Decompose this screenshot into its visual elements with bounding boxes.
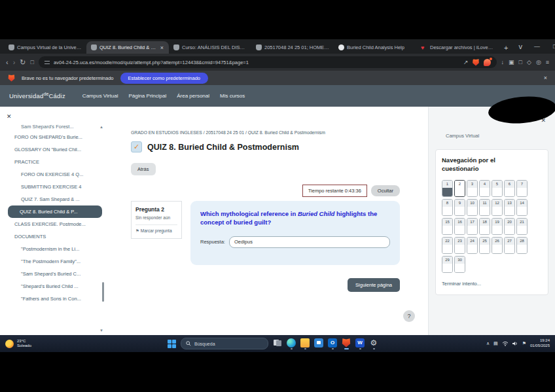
word-taskbar-item[interactable]: W	[355, 338, 365, 349]
set-default-button[interactable]: Establecer como predeterminado	[120, 73, 208, 84]
forward-icon[interactable]: ›	[13, 59, 16, 66]
scroll-down-icon[interactable]: ▼	[99, 329, 103, 332]
share-icon[interactable]: ↗	[463, 59, 469, 65]
sidebar-item-13[interactable]: "Sam Shepard's Buried C...	[0, 268, 106, 280]
brave-taskbar-item[interactable]	[342, 338, 351, 349]
brave-rewards-icon[interactable]: ◇	[527, 59, 531, 65]
back-icon[interactable]: ‹	[6, 59, 9, 66]
browser-tab-5[interactable]: Buried Child Analysis Help	[334, 41, 416, 54]
task-view-taskbar-item[interactable]	[273, 338, 282, 349]
quiz-nav-question-23[interactable]: 23	[454, 237, 465, 254]
browser-tab-3[interactable]: Curso: ANÁLISIS DEL DISCURS...	[169, 41, 251, 54]
quiz-nav-question-15[interactable]: 15	[442, 218, 453, 235]
drawer-close-icon[interactable]: ✕	[7, 113, 12, 120]
browser-tab-1[interactable]: Campus Virtual de la Universi...	[4, 41, 86, 54]
quiz-nav-question-24[interactable]: 24	[467, 237, 478, 254]
sidebar-item-4[interactable]: PRACTICE	[0, 156, 106, 168]
help-button[interactable]: ?	[403, 310, 415, 322]
answer-input[interactable]	[229, 236, 390, 248]
weather-widget[interactable]: 23°C Soleado	[5, 335, 31, 352]
sidebar-item-14[interactable]: "Shepard's Buried Child ...	[0, 280, 106, 293]
start-button[interactable]	[168, 340, 176, 348]
quiz-nav-question-10[interactable]: 10	[467, 199, 478, 216]
quiz-nav-question-30[interactable]: 30	[454, 256, 465, 273]
sidebar-item-8[interactable]: QUIZ 8. Buried Child & P...	[8, 205, 102, 218]
quiz-nav-question-2[interactable]: 2	[454, 180, 465, 197]
quiz-nav-question-20[interactable]: 20	[504, 218, 515, 235]
reload-icon[interactable]: ↻	[20, 59, 26, 66]
quiz-nav-question-5[interactable]: 5	[492, 180, 503, 197]
nav-pagina-principal[interactable]: Página Principal	[128, 93, 166, 99]
nav-campus-virtual[interactable]: Campus Virtual	[82, 93, 118, 99]
outlook-taskbar-item[interactable]: O	[328, 338, 337, 349]
quiz-nav-question-4[interactable]: 4	[479, 180, 490, 197]
quiz-nav-question-8[interactable]: 8	[442, 199, 453, 216]
sidebar-item-15[interactable]: "Fathers and Sons in Con...	[0, 293, 106, 305]
volume-icon[interactable]	[512, 341, 518, 346]
sidebar-icon[interactable]: ▣	[509, 59, 514, 65]
taskbar-clock[interactable]: 19:24 01/05/2025	[530, 338, 550, 349]
quiz-nav-question-26[interactable]: 26	[492, 237, 503, 254]
browser-tab-6[interactable]: ♥Descargar archivos | iLovePDF	[416, 41, 499, 54]
quiz-nav-question-22[interactable]: 22	[442, 237, 453, 254]
breadcrumb[interactable]: GRADO EN ESTUDIOS INGLESES / 20517048 24…	[131, 130, 400, 135]
quiz-nav-question-3[interactable]: 3	[467, 180, 478, 197]
wifi-icon[interactable]	[502, 341, 509, 346]
scroll-up-icon[interactable]: ▲	[99, 125, 103, 129]
edge-taskbar-item[interactable]	[287, 338, 296, 349]
taskbar-search[interactable]: Búsqueda	[181, 338, 268, 349]
finish-attempt-link[interactable]: Terminar intento...	[442, 281, 542, 287]
sidebar-item-12[interactable]: "The Postmodern Family"...	[0, 255, 106, 268]
browser-tab-4[interactable]: 20517048 24 25 01; HOMEPAG...	[251, 41, 334, 54]
address-bar[interactable]: av04-24-25.uca.es/moodle/mod/quiz/attemp…	[39, 56, 497, 68]
nav-mis-cursos[interactable]: Mis cursos	[220, 93, 245, 99]
quiz-nav-question-17[interactable]: 17	[467, 218, 478, 235]
next-page-button[interactable]: Siguiente página	[348, 278, 400, 292]
nav-area-personal[interactable]: Área personal	[177, 93, 209, 99]
notification-close-icon[interactable]: ×	[544, 75, 547, 81]
sidebar-item-9[interactable]: CLASS EXERCISE. Postmode...	[0, 218, 106, 230]
quiz-nav-question-18[interactable]: 18	[479, 218, 490, 235]
sidebar-item-5[interactable]: FORO ON EXERCISE 4 Q...	[0, 168, 106, 181]
sidebar-item-7[interactable]: QUIZ 7. Sam Shepard & ...	[0, 193, 106, 205]
tab-search-icon[interactable]: v	[513, 41, 528, 53]
new-tab-button[interactable]: +	[499, 41, 513, 54]
hide-timer-button[interactable]: Ocultar	[371, 185, 400, 196]
browser-tab-2[interactable]: QUIZ 8. Buried Child & Po...×	[86, 41, 169, 54]
downloads-icon[interactable]: ↓	[501, 59, 505, 65]
device-icon[interactable]: ▤	[493, 341, 498, 346]
flag-question-link[interactable]: ⚑Marcar pregunta	[135, 224, 177, 234]
profile-icon[interactable]: ◎	[536, 59, 541, 65]
extension-icon[interactable]	[484, 59, 491, 66]
brave-shield-extension-icon[interactable]	[473, 59, 480, 66]
sidebar-item-2[interactable]: FORO ON SHEPARD's Burie...	[0, 131, 106, 143]
explorer-taskbar-item[interactable]	[300, 338, 310, 349]
back-to-course-button[interactable]: Atrás	[131, 163, 156, 175]
quiz-nav-question-6[interactable]: 6	[504, 180, 515, 197]
settings-taskbar-item[interactable]: ⚙	[369, 338, 378, 349]
reading-list-icon[interactable]: □	[519, 59, 522, 65]
tab-close-icon[interactable]: ×	[160, 45, 164, 51]
store-taskbar-item[interactable]	[314, 338, 323, 349]
minimize-button[interactable]: —	[528, 39, 546, 54]
quiz-nav-question-28[interactable]: 28	[516, 237, 528, 254]
sidebar-item-6[interactable]: SUBMITTING EXERCISE 4	[0, 181, 106, 193]
drawer-scrollbar[interactable]	[102, 282, 104, 302]
quiz-nav-question-25[interactable]: 25	[479, 237, 490, 254]
quiz-nav-question-14[interactable]: 14	[516, 199, 528, 216]
sidebar-item-10[interactable]: DOCUMENTS	[0, 230, 106, 243]
site-settings-icon[interactable]	[45, 60, 50, 65]
quiz-nav-question-11[interactable]: 11	[479, 199, 490, 216]
hidden-icons-chevron[interactable]: ∧	[486, 341, 490, 346]
sidebar-item-11[interactable]: "Postmodernism in the Li...	[0, 243, 106, 255]
quiz-nav-question-16[interactable]: 16	[454, 218, 465, 235]
notification-tray-icon[interactable]: ⚑	[522, 341, 526, 346]
quiz-nav-question-21[interactable]: 21	[516, 218, 528, 235]
quiz-nav-question-13[interactable]: 13	[504, 199, 515, 216]
quiz-nav-question-7[interactable]: 7	[516, 180, 528, 197]
quiz-nav-question-29[interactable]: 29	[442, 256, 453, 273]
bookmark-icon[interactable]: □	[31, 59, 34, 65]
url-text[interactable]: av04-24-25.uca.es/moodle/mod/quiz/attemp…	[54, 60, 459, 65]
quiz-nav-question-1[interactable]: 1	[442, 180, 453, 197]
quiz-nav-question-27[interactable]: 27	[504, 237, 515, 254]
